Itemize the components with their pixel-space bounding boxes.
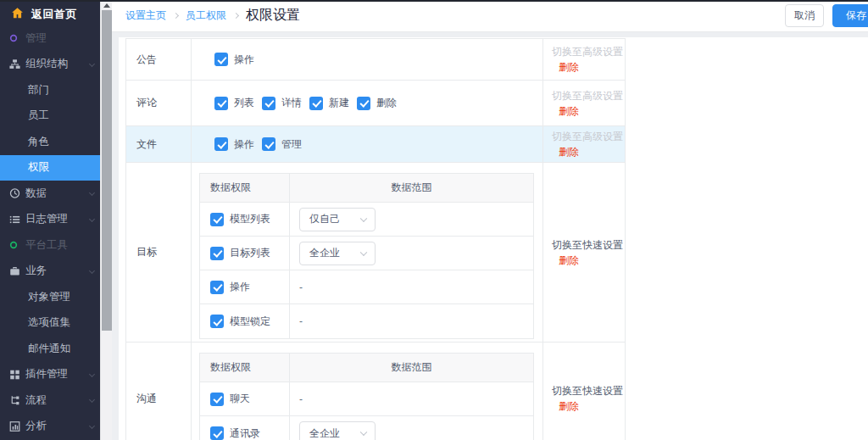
sidebar-item-3[interactable]: 员工 [0,103,100,130]
sidebar-item-label: 数据 [25,187,47,201]
permissions-cell: 操作 管理 [192,126,543,162]
data-permission-table-header: 数据权限 数据范围 [200,174,533,203]
sidebar-item-2[interactable]: 部门 [0,77,100,103]
delete-link[interactable]: 删除 [552,59,625,75]
sidebar-item-1[interactable]: 组织结构 [0,52,100,78]
business-icon [9,265,20,276]
data-scope-empty: - [299,281,303,293]
sidebar-item-label: 角色 [28,135,49,149]
data-scope-empty: - [299,315,303,327]
breadcrumb-link-1[interactable]: 员工权限 [186,8,226,23]
permission-label: 列表 [234,96,254,110]
sidebar-item-8[interactable]: 平台工具 [0,232,100,259]
data-scope-cell: - [290,304,533,338]
permissions-cell: 数据权限 数据范围 聊天 - 通讯录 全企业 [192,343,543,440]
sidebar-item-15[interactable]: 分析 [0,414,100,440]
sidebar-item-5[interactable]: 权限 [0,155,100,181]
permissions-cell: 列表 详情 新建 删除 [192,81,543,125]
sidebar-item-14[interactable]: 流程 [0,387,100,414]
sidebar-item-7[interactable]: 日志管理 [0,207,100,233]
sidebar-item-12[interactable]: 邮件通知 [0,336,100,362]
delete-link[interactable]: 删除 [552,398,625,414]
cancel-button[interactable]: 取消 [785,4,824,27]
permission-item-3-n1: 目标列表 [210,246,270,260]
permission-row-4: 沟通 数据权限 数据范围 聊天 - 通讯录 [126,343,625,440]
permission-item-3-n3: 模型锁定 [210,315,270,329]
permissions-card: 公告 操作 切换至高级设置 删除 评论 列表 详情 新建 删除 切换至高级设置 … [119,37,868,440]
checkbox-checked[interactable] [210,426,224,440]
checkbox-checked[interactable] [214,97,228,110]
checkbox-checked[interactable] [210,393,224,406]
permission-label: 聊天 [230,392,250,406]
data-scope-select[interactable]: 仅自己 [299,208,376,231]
data-scope-cell: 全企业 [290,416,533,440]
delete-link[interactable]: 删除 [552,253,625,268]
permissions-cell: 数据权限 数据范围 模型列表 仅自己 目标列表 [192,163,543,342]
data-scope-cell: 全企业 [290,237,533,270]
checkbox-checked[interactable] [262,137,275,151]
topbar-actions: 取消 保存 [785,4,868,27]
sidebar-scrollbar[interactable] [100,0,112,440]
checkbox-checked[interactable] [214,53,228,66]
permission-item-4-n0: 聊天 [210,392,250,406]
breadcrumb-separator-icon [173,13,179,19]
module-name-cell: 公告 [126,39,192,80]
sidebar-item-6[interactable]: 数据 [0,181,100,207]
sidebar-item-10[interactable]: 对象管理 [0,284,100,310]
data-permission-cell: 操作 [200,270,290,304]
switch-settings-link[interactable]: 切换至高级设置 [552,44,625,59]
checkbox-checked[interactable] [210,281,224,294]
save-button[interactable]: 保存 [832,4,868,27]
sidebar-item-label: 插件管理 [25,367,68,382]
module-name-cell: 文件 [126,126,192,162]
permission-row-2: 文件 操作 管理 切换至高级设置 删除 [126,126,625,163]
column-header-data-permission: 数据权限 [200,354,290,382]
switch-settings-link[interactable]: 切换至高级设置 [552,88,625,103]
sidebar-item-13[interactable]: 插件管理 [0,362,100,388]
delete-link[interactable]: 删除 [552,103,625,119]
permission-label: 删除 [376,96,397,110]
plugin-icon [9,369,20,380]
permission-label: 通讯录 [230,426,260,440]
sidebar-item-0[interactable]: 管理 [0,25,100,52]
permission-label: 新建 [329,96,349,110]
chevron-down-icon [89,371,95,377]
scrollbar-up-arrow-icon[interactable] [103,3,110,8]
sidebar-home-link[interactable]: 返回首页 [0,0,100,29]
switch-settings-link[interactable]: 切换至快速设置 [552,383,625,398]
checkbox-checked[interactable] [210,315,224,328]
data-scope-cell: - [290,270,533,304]
checkbox-checked[interactable] [210,213,224,226]
sidebar-item-4[interactable]: 角色 [0,129,100,155]
breadcrumb-link-0[interactable]: 设置主页 [125,8,166,23]
checkbox-checked[interactable] [309,97,323,110]
sidebar-item-label: 平台工具 [25,238,68,253]
module-name: 沟通 [136,392,157,406]
switch-settings-link[interactable]: 切换至快速设置 [552,237,625,253]
data-scope-select[interactable]: 全企业 [299,421,376,440]
data-permission-row: 操作 - [200,270,533,304]
switch-settings-link[interactable]: 切换至高级设置 [552,129,625,144]
checkbox-checked[interactable] [357,97,370,110]
delete-link[interactable]: 删除 [552,144,625,159]
sidebar-item-9[interactable]: 业务 [0,259,100,285]
permissions-table: 公告 操作 切换至高级设置 删除 评论 列表 详情 新建 删除 切换至高级设置 … [125,38,626,440]
module-name: 文件 [136,137,157,152]
chevron-down-icon [89,268,95,274]
checkbox-checked[interactable] [210,247,224,260]
chevron-down-icon [89,397,95,403]
permission-label: 模型锁定 [230,315,270,329]
circle-purple-icon [9,34,18,42]
permissions-cell: 操作 [192,39,543,80]
chevron-down-icon [89,423,95,429]
actions-cell: 切换至高级设置 删除 [543,39,625,80]
chevron-down-icon [360,248,367,255]
checkbox-checked[interactable] [262,97,275,110]
data-scope-select[interactable]: 全企业 [299,242,376,265]
data-permission-row: 模型锁定 - [200,304,533,338]
checkbox-checked[interactable] [214,137,228,151]
permission-row-0: 公告 操作 切换至高级设置 删除 [126,39,625,81]
sidebar-item-11[interactable]: 选项值集 [0,310,100,337]
scrollbar-thumb[interactable] [102,10,112,331]
chart-icon [9,421,20,432]
